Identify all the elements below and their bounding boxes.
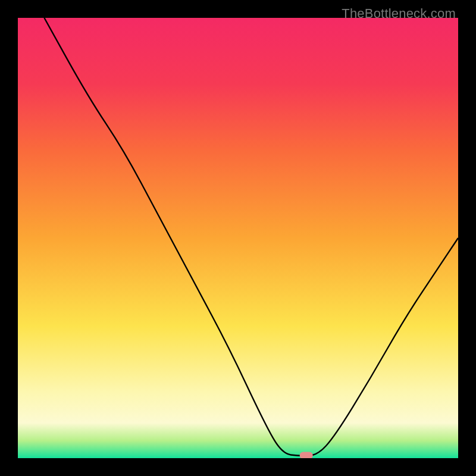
optimum-marker xyxy=(300,452,313,458)
plot-area xyxy=(18,18,458,458)
watermark-text: TheBottleneck.com xyxy=(342,6,456,21)
chart-svg xyxy=(18,18,458,458)
heatmap-background xyxy=(18,18,458,458)
chart-container: TheBottleneck.com xyxy=(0,0,476,476)
